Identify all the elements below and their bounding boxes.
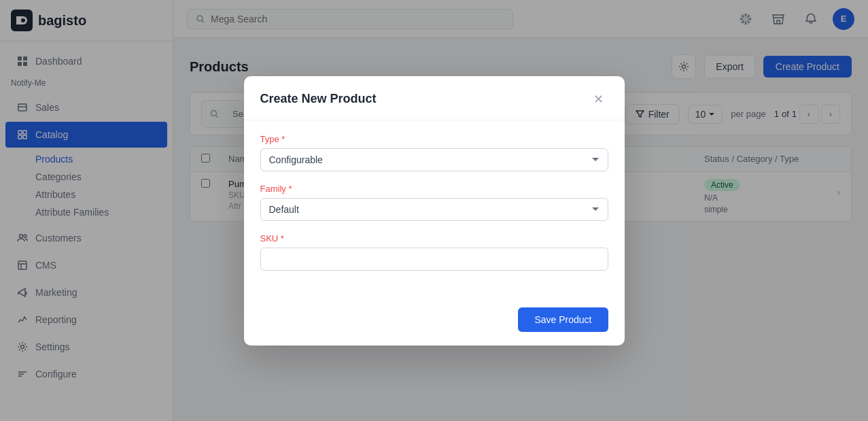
family-required: * <box>288 184 292 194</box>
sku-field-group: SKU * Watch <box>260 233 608 271</box>
family-select[interactable]: Default <box>260 198 608 221</box>
sku-required: * <box>281 233 284 243</box>
sku-label: SKU * <box>260 233 608 243</box>
modal-footer: Save Product <box>244 297 625 346</box>
modal-body: Type * Configurable Simple Virtual Group… <box>244 120 625 297</box>
modal-close-button[interactable]: ✕ <box>589 90 608 109</box>
modal-title: Create New Product <box>260 92 377 106</box>
create-product-modal: Create New Product ✕ Type * Configurable… <box>244 76 625 346</box>
type-field-group: Type * Configurable Simple Virtual Group… <box>260 134 608 171</box>
modal-overlay[interactable]: Create New Product ✕ Type * Configurable… <box>0 0 868 421</box>
family-label: Family * <box>260 184 608 194</box>
type-required: * <box>281 134 285 144</box>
type-select[interactable]: Configurable Simple Virtual Grouped Down… <box>260 148 608 171</box>
modal-header: Create New Product ✕ <box>244 76 625 120</box>
save-product-button[interactable]: Save Product <box>518 307 608 332</box>
sku-input[interactable]: Watch <box>260 248 608 271</box>
type-label: Type * <box>260 134 608 144</box>
family-field-group: Family * Default <box>260 184 608 221</box>
